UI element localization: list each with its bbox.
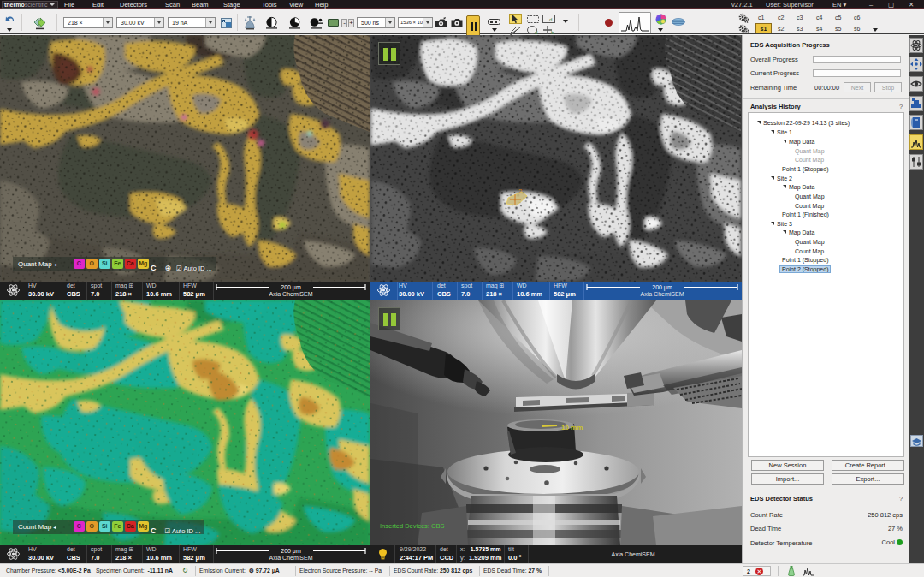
svg-text:d: d (549, 17, 552, 22)
svg-text:200 μm: 200 μm (652, 284, 672, 291)
svg-text:2: 2 (518, 187, 523, 195)
svg-text:Inserted Devices: CBS: Inserted Devices: CBS (380, 522, 444, 530)
svg-text:10 mm: 10 mm (561, 424, 583, 431)
svg-text:200 μm: 200 μm (281, 548, 301, 555)
svg-text:200 μm: 200 μm (281, 284, 301, 291)
